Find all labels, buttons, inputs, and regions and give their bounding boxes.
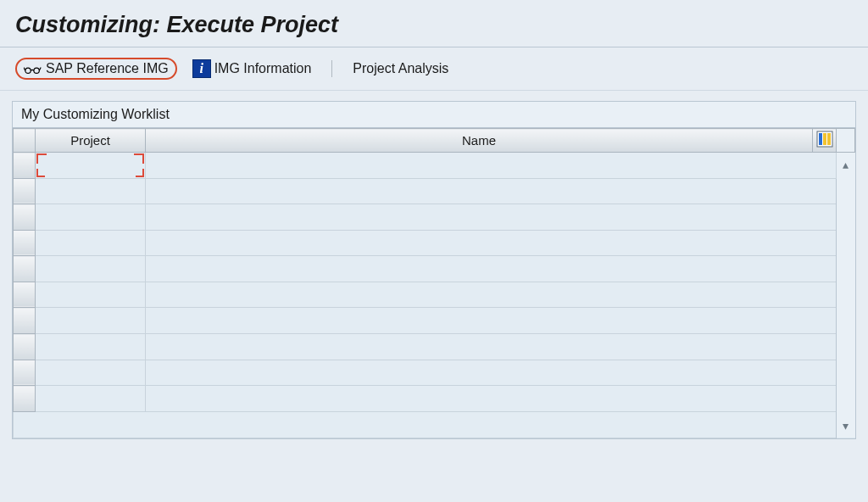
sap-reference-img-button[interactable]: SAP Reference IMG [15, 58, 177, 80]
cell-name[interactable] [146, 334, 837, 360]
row-selector[interactable] [14, 308, 36, 334]
scroll-up-arrow-icon[interactable]: ▴ [837, 153, 855, 176]
content-area: My Customizing Worklist Project [0, 91, 868, 449]
cell-project[interactable] [36, 282, 146, 308]
cell-name[interactable] [146, 360, 837, 386]
img-information-button[interactable]: i IMG Information [184, 56, 320, 81]
project-analysis-label: Project Analysis [353, 61, 448, 76]
cell-name[interactable] [146, 282, 837, 308]
table-wrapper: Project Name [13, 128, 855, 438]
table-row [14, 230, 855, 256]
table-row [14, 334, 855, 360]
img-information-label: IMG Information [214, 61, 312, 76]
cell-project[interactable] [36, 360, 146, 386]
title-area: Customizing: Execute Project [0, 0, 868, 47]
worklist-panel: My Customizing Worklist Project [12, 101, 856, 439]
table-row [14, 360, 855, 386]
info-icon: i [192, 59, 211, 78]
cell-project[interactable] [36, 153, 146, 179]
cell-name[interactable] [146, 308, 837, 334]
svg-rect-3 [819, 133, 822, 145]
configure-columns-button[interactable] [813, 129, 837, 153]
svg-rect-4 [823, 133, 826, 145]
table-row [14, 256, 855, 282]
vertical-scrollbar[interactable]: ▴ ▾ [837, 153, 855, 438]
cell-project[interactable] [36, 204, 146, 231]
glasses-icon [24, 63, 42, 75]
page-title: Customizing: Execute Project [15, 12, 853, 38]
cell-name[interactable] [146, 256, 837, 282]
table-row [14, 204, 855, 231]
row-selector[interactable] [14, 334, 36, 360]
scrollbar-header [837, 129, 855, 153]
table-row [14, 282, 855, 308]
column-header-project[interactable]: Project [36, 129, 146, 153]
cell-name[interactable] [146, 230, 837, 256]
row-selector[interactable] [14, 178, 36, 204]
table-row [14, 178, 855, 204]
table-row [14, 386, 855, 412]
column-header-name[interactable]: Name [146, 129, 813, 153]
app-window: Customizing: Execute Project SAP Referen… [0, 0, 868, 502]
toolbar: SAP Reference IMG i IMG Information Proj… [0, 47, 868, 91]
cell-project[interactable] [36, 386, 146, 412]
cell-name[interactable] [146, 153, 837, 179]
cell-project[interactable] [36, 230, 146, 256]
table-header-row: Project Name [14, 129, 855, 153]
cell-project[interactable] [36, 308, 146, 334]
cell-project[interactable] [36, 256, 146, 282]
toolbar-divider [331, 60, 332, 77]
row-selector[interactable] [14, 204, 36, 231]
table-spacer [14, 411, 855, 438]
project-analysis-button[interactable]: Project Analysis [344, 58, 457, 80]
cell-name[interactable] [146, 178, 837, 204]
row-selector[interactable] [14, 282, 36, 308]
sap-reference-img-label: SAP Reference IMG [46, 61, 169, 76]
row-selector[interactable] [14, 360, 36, 386]
scroll-down-arrow-icon[interactable]: ▾ [837, 414, 855, 438]
row-selector[interactable] [14, 386, 36, 412]
cell-name[interactable] [146, 204, 837, 231]
cell-name[interactable] [146, 386, 837, 412]
panel-title: My Customizing Worklist [13, 102, 855, 128]
svg-rect-5 [827, 133, 831, 145]
table-row: ▴ ▾ [14, 153, 855, 179]
table-settings-icon [815, 130, 834, 148]
worklist-table: Project Name [13, 128, 855, 438]
row-selector[interactable] [14, 256, 36, 282]
row-selector[interactable] [14, 230, 36, 256]
select-all-header[interactable] [14, 129, 36, 153]
row-selector[interactable] [14, 153, 36, 179]
svg-point-0 [25, 68, 31, 73]
cell-project[interactable] [36, 334, 146, 360]
table-row [14, 308, 855, 334]
cell-project[interactable] [36, 178, 146, 204]
svg-point-1 [34, 68, 39, 73]
